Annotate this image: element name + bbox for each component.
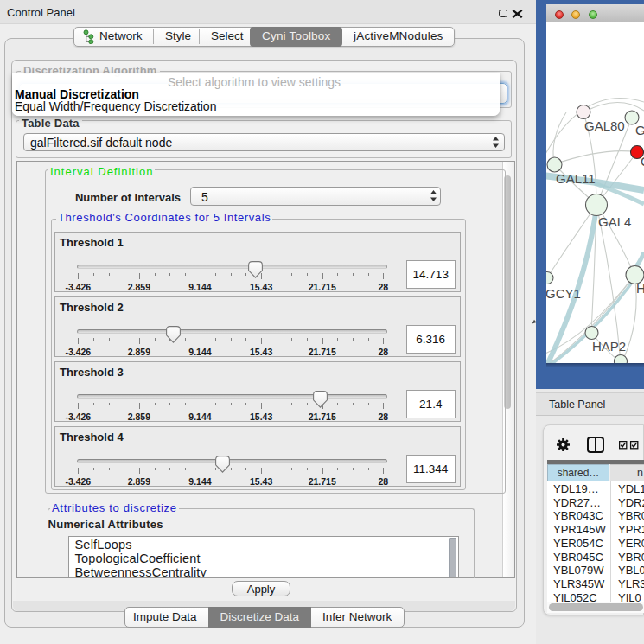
svg-text:GAL80: GAL80 — [584, 118, 625, 133]
svg-text:GCY1: GCY1 — [546, 286, 581, 301]
svg-text:C: C — [641, 154, 644, 169]
svg-text:GAL11: GAL11 — [556, 171, 596, 186]
svg-text:GA: GA — [635, 123, 644, 137]
svg-text:HAP2: HAP2 — [592, 339, 626, 354]
svg-text:HI: HI — [636, 281, 644, 296]
svg-text:GAL4: GAL4 — [598, 214, 631, 229]
